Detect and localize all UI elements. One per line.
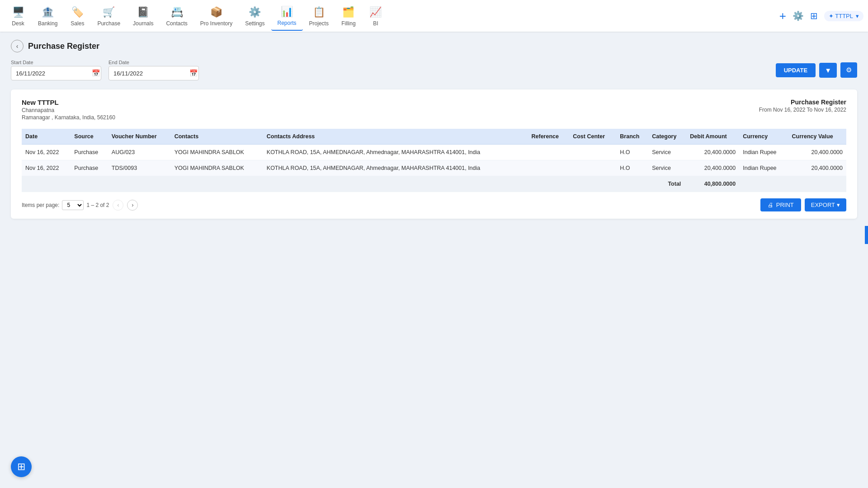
start-date-field: Start Date 📅	[11, 60, 101, 80]
nav-item-pro-inventory[interactable]: 📦 Pro Inventory	[194, 1, 239, 30]
cell-cost-center	[569, 145, 616, 160]
projects-icon: 📋	[311, 5, 326, 19]
filter-actions: UPDATE ▼ ⚙	[776, 62, 857, 78]
nav-label-reports: Reports	[278, 20, 297, 26]
filter-icon-button[interactable]: ▼	[819, 63, 837, 78]
table-row[interactable]: Nov 16, 2022 Purchase AUG/023 YOGI MAHIN…	[22, 145, 846, 160]
company-section: New TTTPL Channapatna Ramanagar , Karnat…	[22, 99, 846, 121]
nav-label-projects: Projects	[309, 20, 329, 27]
total-row: Total 40,800.0000	[22, 176, 846, 192]
col-contacts-address: Contacts Address	[263, 129, 528, 145]
options-tab[interactable]: OPTIONS	[865, 226, 868, 227]
add-button[interactable]: +	[779, 9, 786, 23]
start-date-input-wrap: 📅	[11, 66, 101, 80]
cell-currency: Indian Rupee	[739, 160, 788, 176]
report-date-range: From Nov 16, 2022 To Nov 16, 2022	[759, 107, 846, 113]
next-page-button[interactable]: ›	[127, 200, 138, 211]
user-label: ✦ TTTPL	[829, 13, 853, 19]
start-date-calendar-icon[interactable]: 📅	[92, 69, 100, 77]
page-header: ‹ Purchase Register	[11, 40, 857, 52]
banking-icon: 🏦	[41, 5, 55, 19]
cell-reference	[528, 160, 570, 176]
nav-item-sales[interactable]: 🏷️ Sales	[64, 1, 91, 30]
back-button[interactable]: ‹	[11, 40, 24, 52]
page-info: 1 – 2 of 2	[86, 202, 109, 208]
nav-item-bi[interactable]: 📈 BI	[362, 1, 389, 30]
print-button[interactable]: 🖨 PRINT	[760, 198, 801, 211]
page-nav: 1 – 2 of 2 ‹ ›	[86, 200, 138, 211]
export-label: EXPORT	[811, 202, 835, 208]
nav-label-contacts: Contacts	[166, 20, 187, 27]
nav-item-reports[interactable]: 📊 Reports	[271, 1, 303, 31]
filter-row: Start Date 📅 End Date 📅 UPDATE ▼ ⚙	[11, 60, 857, 80]
export-button[interactable]: EXPORT ▾	[805, 198, 846, 211]
nav-label-banking: Banking	[38, 20, 57, 27]
gear-icon[interactable]: ⚙️	[793, 10, 804, 21]
nav-label-settings: Settings	[245, 20, 264, 27]
table-header-row: Date Source Voucher Number Contacts Cont…	[22, 129, 846, 145]
items-per-page-select[interactable]: 5 10 25	[62, 200, 84, 210]
cell-reference	[528, 145, 570, 160]
company-city: Channapatna	[22, 107, 115, 113]
prev-page-button[interactable]: ‹	[113, 200, 123, 211]
total-currency-value	[788, 176, 846, 192]
col-reference: Reference	[528, 129, 570, 145]
cell-currency-value: 20,400.0000	[788, 145, 846, 160]
start-date-input[interactable]	[16, 70, 92, 77]
nav-item-settings[interactable]: ⚙️ Settings	[239, 1, 271, 30]
col-category: Category	[648, 129, 686, 145]
col-currency-value: Currency Value	[788, 129, 846, 145]
nav-label-desk: Desk	[12, 20, 24, 27]
nav-item-journals[interactable]: 📓 Journals	[127, 1, 160, 30]
nav-item-projects[interactable]: 📋 Projects	[303, 1, 335, 30]
cell-currency-value: 20,400.0000	[788, 160, 846, 176]
cell-date: Nov 16, 2022	[22, 145, 71, 160]
table-row[interactable]: Nov 16, 2022 Purchase TDS/0093 YOGI MAHI…	[22, 160, 846, 176]
purchase-icon: 🛒	[102, 5, 116, 19]
pro-inventory-icon: 📦	[209, 5, 223, 19]
page-title: Purchase Register	[28, 42, 99, 51]
nav-item-contacts[interactable]: 📇 Contacts	[160, 1, 193, 30]
grid-icon[interactable]: ⊞	[810, 10, 818, 21]
cell-contacts: YOGI MAHINDRA SABLOK	[171, 145, 263, 160]
journals-icon: 📓	[136, 5, 151, 19]
nav-item-filling[interactable]: 🗂️ Filling	[335, 1, 362, 30]
cell-category: Service	[648, 145, 686, 160]
cell-category: Service	[648, 160, 686, 176]
nav-label-sales: Sales	[71, 20, 84, 27]
update-button[interactable]: UPDATE	[776, 63, 816, 77]
nav-right: + ⚙️ ⊞ ✦ TTTPL ▾	[779, 9, 863, 23]
nav-item-desk[interactable]: 🖥️ Desk	[5, 1, 32, 30]
cell-contacts-address: KOTHLA ROAD, 15A, AHMEDNAGAR, Ahmednagar…	[263, 160, 528, 176]
nav-item-purchase[interactable]: 🛒 Purchase	[91, 1, 127, 30]
cell-date: Nov 16, 2022	[22, 160, 71, 176]
company-address: Ramanagar , Karnataka, India, 562160	[22, 114, 115, 121]
report-meta: Purchase Register From Nov 16, 2022 To N…	[759, 99, 846, 113]
print-icon: 🖨	[768, 202, 774, 208]
total-currency	[739, 176, 788, 192]
col-cost-center: Cost Center	[569, 129, 616, 145]
end-date-input[interactable]	[113, 70, 189, 77]
settings-icon-button[interactable]: ⚙	[840, 62, 857, 78]
end-date-field: End Date 📅	[108, 60, 199, 80]
sales-icon: 🏷️	[70, 5, 85, 19]
end-date-calendar-icon[interactable]: 📅	[189, 69, 198, 77]
cell-source: Purchase	[71, 160, 108, 176]
col-voucher-number: Voucher Number	[108, 129, 171, 145]
nav-items: 🖥️ Desk 🏦 Banking 🏷️ Sales 🛒 Purchase 📓 …	[5, 1, 779, 31]
cell-contacts-address: KOTHLA ROAD, 15A, AHMEDNAGAR, Ahmednagar…	[263, 145, 528, 160]
end-date-label: End Date	[108, 60, 199, 65]
nav-label-filling: Filling	[341, 20, 355, 27]
user-badge[interactable]: ✦ TTTPL ▾	[824, 11, 863, 21]
main-content: ‹ Purchase Register Start Date 📅 End Dat…	[0, 32, 868, 227]
nav-item-banking[interactable]: 🏦 Banking	[32, 1, 64, 30]
contacts-icon: 📇	[170, 5, 184, 19]
cell-branch: H.O	[616, 145, 648, 160]
export-chevron-icon: ▾	[837, 202, 840, 208]
col-source: Source	[71, 129, 108, 145]
cell-source: Purchase	[71, 145, 108, 160]
total-label: Total	[22, 176, 686, 192]
bi-icon: 📈	[368, 5, 383, 19]
print-label: PRINT	[776, 202, 794, 208]
col-currency: Currency	[739, 129, 788, 145]
